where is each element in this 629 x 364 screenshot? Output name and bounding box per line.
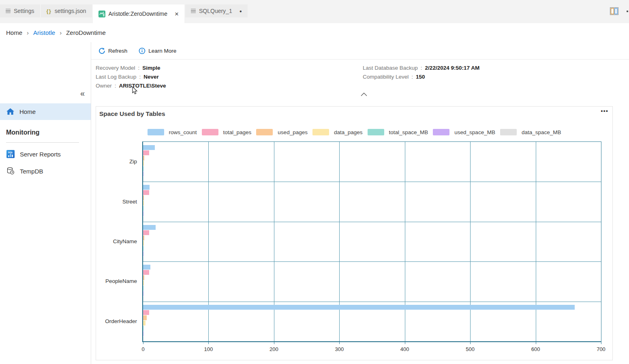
chart-bar <box>143 195 144 200</box>
more-actions-icon[interactable] <box>627 11 628 12</box>
chart-bar <box>143 225 156 230</box>
chart-bar <box>143 280 144 285</box>
editor-tab-bar: Settings {} settings.json Aristotle:Zero… <box>0 0 629 23</box>
axis-tick <box>274 342 274 344</box>
chart-bar <box>143 270 149 275</box>
json-braces-icon: {} <box>47 8 51 14</box>
legend-label: rows_count <box>169 129 197 135</box>
x-axis-label: 700 <box>597 346 605 352</box>
legend-label: data_pages <box>334 129 363 135</box>
legend-item: total_pages <box>202 129 252 135</box>
property-label: Recovery Model <box>96 65 135 71</box>
chart-bar <box>143 305 575 310</box>
chart-gridline <box>208 142 209 341</box>
property-colon: : <box>115 83 116 89</box>
learn-more-button[interactable]: Learn More <box>139 47 176 54</box>
tab-settings-json[interactable]: {} settings.json <box>41 4 92 17</box>
legend-swatch-icon <box>312 129 329 135</box>
property-colon: : <box>139 74 141 80</box>
chart-bar <box>143 156 144 161</box>
refresh-button[interactable]: Refresh <box>98 47 127 54</box>
chart-plot-area <box>142 141 601 342</box>
breadcrumb-aristotle[interactable]: Aristotle <box>33 29 55 36</box>
mouse-cursor-icon <box>132 86 138 96</box>
property-row: Recovery Model:Simple <box>96 64 166 71</box>
axis-tick <box>143 342 143 344</box>
property-row: Last Log Backup:Never <box>96 73 166 80</box>
chart-legend: rows_counttotal_pagesused_pagesdata_page… <box>96 129 612 135</box>
chart-bar <box>143 241 144 246</box>
svg-text:SQL: SQL <box>8 151 13 154</box>
database-properties-left: Recovery Model:Simple Last Log Backup:Ne… <box>96 64 166 91</box>
sidebar-item-label: TempDB <box>20 168 43 175</box>
legend-swatch-icon <box>256 129 273 135</box>
legend-label: total_pages <box>223 129 252 135</box>
sidebar-section-monitoring: Monitoring <box>6 129 40 136</box>
chart-bar <box>143 321 145 325</box>
property-label: Last Database Backup <box>363 65 418 71</box>
axis-tick <box>470 342 471 344</box>
collapse-sidebar-icon[interactable]: « <box>80 89 85 98</box>
breadcrumb-zerodowntime: ZeroDowntime <box>66 29 106 36</box>
refresh-label: Refresh <box>108 48 127 54</box>
tab-aristotle-zerodowntime[interactable]: Aristotle:ZeroDowntime × <box>93 4 184 23</box>
legend-swatch-icon <box>202 129 218 135</box>
chart-gridline <box>143 261 601 262</box>
chart-bar <box>143 185 150 190</box>
axis-tick <box>601 342 601 344</box>
property-value: ARISTOTLE\Steve <box>119 83 166 89</box>
property-colon: : <box>411 74 413 80</box>
legend-item: used_pages <box>256 129 308 135</box>
x-axis-label: 100 <box>204 346 213 352</box>
legend-swatch-icon <box>433 129 449 135</box>
database-properties-right: Last Database Backup:2/22/2024 9:50:17 A… <box>363 64 479 82</box>
sidebar-item-server-reports[interactable]: SQL Server Reports <box>0 147 91 161</box>
chart-bar <box>143 275 144 280</box>
chart-bar <box>143 315 147 320</box>
chevron-right-icon: › <box>27 29 29 36</box>
property-value: Simple <box>142 65 160 71</box>
home-icon <box>6 108 14 115</box>
tab-sqlquery-1[interactable]: SQLQuery_1 ● <box>185 4 248 17</box>
collapse-properties-button[interactable] <box>358 92 370 99</box>
close-icon[interactable]: × <box>175 11 179 17</box>
tab-settings[interactable]: Settings <box>0 4 40 17</box>
chart-gridline <box>405 142 405 341</box>
chart-bar <box>143 190 149 195</box>
split-editor-icon[interactable] <box>610 7 618 15</box>
dashboard-sidebar: « Home Monitoring SQL <box>0 42 91 364</box>
legend-label: used_space_MB <box>454 129 495 135</box>
editor-actions <box>610 7 618 15</box>
refresh-icon <box>98 47 105 54</box>
sidebar-item-tempdb[interactable]: TempDB <box>0 164 91 178</box>
property-value: 2/22/2024 9:50:17 AM <box>425 65 480 71</box>
breadcrumb-home[interactable]: Home <box>6 29 22 36</box>
chart-gridline <box>143 222 601 222</box>
axis-tick <box>536 342 536 344</box>
more-actions-icon[interactable]: ••• <box>601 107 608 114</box>
y-axis-label: Zip <box>96 158 137 165</box>
y-axis-label: PeopleName <box>96 278 137 284</box>
chart-bar <box>143 145 155 150</box>
property-row: Last Database Backup:2/22/2024 9:50:17 A… <box>363 64 479 71</box>
legend-label: used_pages <box>278 129 308 135</box>
sidebar-item-home[interactable]: Home <box>0 103 91 120</box>
tab-label: Aristotle:ZeroDowntime <box>109 11 168 17</box>
property-colon: : <box>138 65 140 71</box>
y-axis-label: Street <box>96 198 137 204</box>
chart-gridline <box>536 142 536 341</box>
chevron-right-icon: › <box>60 29 62 36</box>
legend-item: data_space_MB <box>500 129 561 135</box>
breadcrumb: Home › Aristotle › ZeroDowntime <box>0 23 629 42</box>
sidebar-item-label: Server Reports <box>20 151 61 158</box>
chart-bar <box>143 236 144 240</box>
chart-bar <box>143 310 149 315</box>
sidebar-item-label: Home <box>19 108 36 115</box>
chart-gridline <box>143 302 601 302</box>
property-value: Never <box>143 74 159 80</box>
legend-label: total_space_MB <box>389 129 428 135</box>
space-used-by-tables-card: Space Used by Tables ••• rows_counttotal… <box>96 106 613 360</box>
axis-tick <box>405 342 405 344</box>
legend-label: data_space_MB <box>522 129 561 135</box>
property-label: Last Log Backup <box>96 74 137 80</box>
